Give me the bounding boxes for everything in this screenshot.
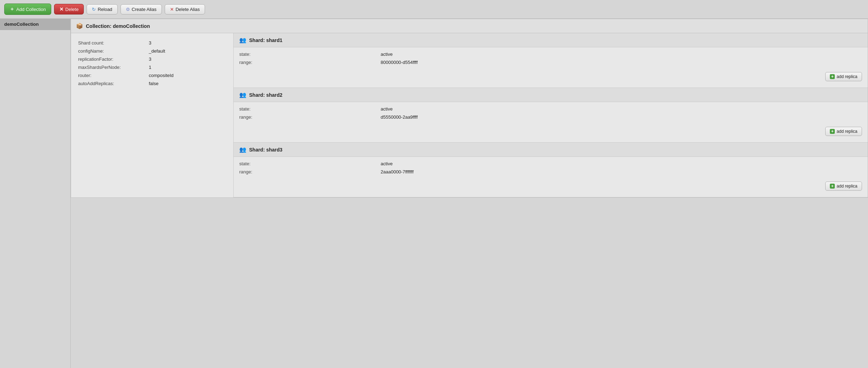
toolbar: ＋ Add Collection ✕ Delete ↻ Reload ⚙ Cre… bbox=[0, 0, 868, 19]
reload-button[interactable]: ↻ Reload bbox=[87, 4, 117, 14]
shard-range-value: d5550000-2aa9ffff bbox=[381, 114, 862, 120]
shard-header-1: 👥Shard: shard1 bbox=[234, 33, 868, 47]
info-label: router: bbox=[78, 73, 149, 78]
plus-icon-green: + bbox=[830, 129, 835, 134]
shard-header-2: 👥Shard: shard2 bbox=[234, 88, 868, 102]
create-alias-label: Create Alias bbox=[132, 7, 157, 12]
info-row: replicationFactor:3 bbox=[78, 55, 226, 63]
create-alias-icon: ⚙ bbox=[126, 7, 130, 12]
collection-panel: 📦 Collection: demoCollection Shard count… bbox=[71, 19, 868, 198]
plus-icon: ＋ bbox=[10, 6, 14, 12]
collection-body: Shard count:3configName:_defaultreplicat… bbox=[71, 33, 868, 197]
shard-range-row: range:80000000-d554ffff bbox=[239, 58, 862, 66]
shard-state-value: active bbox=[381, 52, 862, 57]
content-area: 📦 Collection: demoCollection Shard count… bbox=[71, 19, 868, 368]
info-value: 3 bbox=[149, 57, 151, 62]
delete-alias-icon: ✕ bbox=[170, 7, 174, 12]
info-value: _default bbox=[149, 48, 165, 54]
create-alias-button[interactable]: ⚙ Create Alias bbox=[121, 4, 162, 14]
info-label: maxShardsPerNode: bbox=[78, 65, 149, 70]
reload-icon: ↻ bbox=[92, 7, 96, 12]
shard-state-label: state: bbox=[239, 161, 381, 166]
reload-label: Reload bbox=[98, 7, 112, 12]
plus-icon-green: + bbox=[830, 184, 835, 189]
shard-section: 👥Shard: shard1state:activerange:80000000… bbox=[234, 33, 868, 88]
delete-alias-button[interactable]: ✕ Delete Alias bbox=[165, 4, 205, 14]
shard-icon: 👥 bbox=[239, 146, 246, 153]
shard-range-row: range:2aaa0000-7fffffff bbox=[239, 168, 862, 176]
shard-range-label: range: bbox=[239, 114, 381, 120]
info-value: 3 bbox=[149, 40, 151, 46]
info-value: compositeId bbox=[149, 73, 174, 78]
shard-footer: +add replica bbox=[234, 69, 868, 85]
shard-icon: 👥 bbox=[239, 37, 246, 43]
shard-section: 👥Shard: shard3state:activerange:2aaa0000… bbox=[234, 143, 868, 197]
info-row: configName:_default bbox=[78, 47, 226, 55]
add-replica-label: add replica bbox=[837, 74, 857, 79]
shard-footer: +add replica bbox=[234, 179, 868, 194]
add-replica-button-1[interactable]: +add replica bbox=[825, 72, 862, 81]
collection-title: Collection: demoCollection bbox=[86, 23, 150, 29]
shard-fields: state:activerange:d5550000-2aa9ffff bbox=[234, 102, 868, 124]
shard-state-label: state: bbox=[239, 106, 381, 112]
add-collection-button[interactable]: ＋ Add Collection bbox=[4, 4, 51, 15]
shard-fields: state:activerange:80000000-d554ffff bbox=[234, 47, 868, 69]
shard-state-row: state:active bbox=[239, 50, 862, 58]
delete-label: Delete bbox=[65, 7, 79, 12]
delete-button[interactable]: ✕ Delete bbox=[54, 4, 84, 14]
delete-alias-label: Delete Alias bbox=[176, 7, 200, 12]
plus-icon-green: + bbox=[830, 74, 835, 79]
shard-range-value: 2aaa0000-7fffffff bbox=[381, 169, 862, 174]
shard-name-1: Shard: shard1 bbox=[249, 37, 282, 43]
shard-range-value: 80000000-d554ffff bbox=[381, 60, 862, 65]
shard-header-3: 👥Shard: shard3 bbox=[234, 143, 868, 157]
shard-name-3: Shard: shard3 bbox=[249, 147, 282, 153]
shard-icon: 👥 bbox=[239, 91, 246, 98]
collection-header: 📦 Collection: demoCollection bbox=[71, 19, 868, 33]
shard-range-label: range: bbox=[239, 169, 381, 174]
info-row: Shard count:3 bbox=[78, 39, 226, 47]
shard-state-row: state:active bbox=[239, 160, 862, 168]
info-value: 1 bbox=[149, 65, 151, 70]
info-pane: Shard count:3configName:_defaultreplicat… bbox=[71, 33, 234, 197]
add-collection-label: Add Collection bbox=[16, 7, 46, 12]
shard-footer: +add replica bbox=[234, 124, 868, 140]
shard-state-value: active bbox=[381, 161, 862, 166]
shard-fields: state:activerange:2aaa0000-7fffffff bbox=[234, 157, 868, 179]
sidebar-item-label: demoCollection bbox=[4, 22, 39, 27]
sidebar-item-democollection[interactable]: demoCollection bbox=[0, 19, 70, 30]
info-label: replicationFactor: bbox=[78, 57, 149, 62]
shards-pane: 👥Shard: shard1state:activerange:80000000… bbox=[234, 33, 868, 197]
add-replica-label: add replica bbox=[837, 129, 857, 134]
add-replica-button-2[interactable]: +add replica bbox=[825, 127, 862, 136]
shard-range-row: range:d5550000-2aa9ffff bbox=[239, 113, 862, 121]
collection-icon: 📦 bbox=[76, 23, 83, 29]
main-area: demoCollection 📦 Collection: demoCollect… bbox=[0, 19, 868, 368]
info-label: autoAddReplicas: bbox=[78, 81, 149, 86]
info-row: autoAddReplicas:false bbox=[78, 79, 226, 88]
shard-state-label: state: bbox=[239, 52, 381, 57]
x-icon: ✕ bbox=[59, 6, 64, 12]
shard-state-value: active bbox=[381, 106, 862, 112]
add-replica-label: add replica bbox=[837, 184, 857, 189]
add-replica-button-3[interactable]: +add replica bbox=[825, 182, 862, 191]
shard-range-label: range: bbox=[239, 60, 381, 65]
shard-state-row: state:active bbox=[239, 105, 862, 113]
info-row: router:compositeId bbox=[78, 71, 226, 79]
info-label: configName: bbox=[78, 48, 149, 54]
shard-section: 👥Shard: shard2state:activerange:d5550000… bbox=[234, 88, 868, 143]
sidebar: demoCollection bbox=[0, 19, 71, 368]
info-value: false bbox=[149, 81, 158, 86]
info-row: maxShardsPerNode:1 bbox=[78, 63, 226, 71]
shard-name-2: Shard: shard2 bbox=[249, 92, 282, 98]
info-label: Shard count: bbox=[78, 40, 149, 46]
